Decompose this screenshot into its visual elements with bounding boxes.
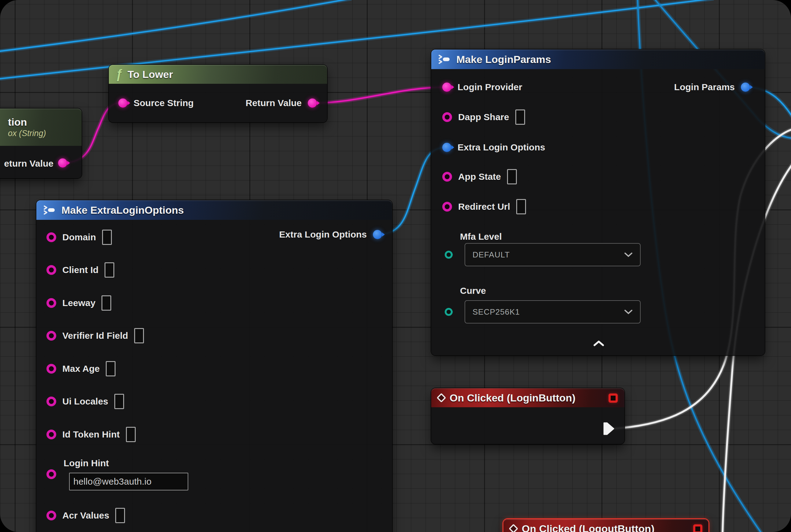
domain-pin[interactable] xyxy=(46,232,56,242)
verifier-id-field-pin[interactable] xyxy=(46,331,56,341)
blueprint-graph-canvas[interactable]: tion ox (String) eturn Value ƒ To Lower … xyxy=(0,0,791,532)
client-id-checkbox[interactable] xyxy=(104,262,114,278)
max-age-pin[interactable] xyxy=(46,364,56,374)
leeway-label: Leeway xyxy=(62,298,95,308)
wire-blue-topleft xyxy=(0,0,351,51)
app-state-checkbox[interactable] xyxy=(507,169,517,184)
domain-checkbox[interactable] xyxy=(102,230,112,245)
node-make-login-params[interactable]: Make LoginParams Login Params Login Prov… xyxy=(431,50,765,355)
login-provider-label: Login Provider xyxy=(458,82,522,92)
leeway-pin[interactable] xyxy=(46,298,56,308)
extra-login-options-in-label: Extra Login Options xyxy=(458,142,545,153)
mfa-level-label: Mfa Level xyxy=(460,231,502,242)
node-partial-left[interactable]: tion ox (String) eturn Value xyxy=(0,109,82,178)
curve-value: SECP256K1 xyxy=(472,307,520,317)
partial-return-value-label: eturn Value xyxy=(4,158,54,169)
delegate-pin[interactable] xyxy=(609,394,618,403)
id-token-hint-checkbox[interactable] xyxy=(126,427,136,442)
to-lower-title: To Lower xyxy=(128,69,173,80)
app-state-pin[interactable] xyxy=(442,172,452,182)
node-make-extra-login-options[interactable]: Make ExtraLoginOptions Extra Login Optio… xyxy=(36,200,392,532)
ui-locales-checkbox[interactable] xyxy=(114,394,124,409)
redirect-url-pin[interactable] xyxy=(442,202,452,212)
login-hint-pin[interactable] xyxy=(46,469,56,479)
login-provider-pin[interactable] xyxy=(442,82,451,92)
dapp-share-checkbox[interactable] xyxy=(515,110,525,125)
login-params-out-pin[interactable] xyxy=(741,82,750,92)
return-value-pin[interactable] xyxy=(308,98,317,108)
verifier-id-field-label: Verifier Id Field xyxy=(62,330,128,341)
login-params-out-label: Login Params xyxy=(674,82,735,92)
domain-label: Domain xyxy=(62,232,96,243)
redirect-url-label: Redirect Url xyxy=(458,202,510,212)
extra-login-options-in-pin[interactable] xyxy=(442,143,451,152)
login-hint-label: Login Hint xyxy=(63,458,109,469)
dapp-share-pin[interactable] xyxy=(442,112,452,122)
chevron-down-icon xyxy=(624,309,633,314)
login-hint-input[interactable] xyxy=(69,473,188,490)
event-diamond-icon xyxy=(508,524,518,532)
verifier-id-field-checkbox[interactable] xyxy=(134,328,144,343)
ui-locales-pin[interactable] xyxy=(46,397,56,406)
collapse-node-button[interactable] xyxy=(593,340,605,347)
blueprint-editor: tion ox (String) eturn Value ƒ To Lower … xyxy=(0,0,791,532)
max-age-checkbox[interactable] xyxy=(106,361,116,376)
on-clicked-logout-title: On Clicked (LogoutButton) xyxy=(522,523,654,532)
id-token-hint-label: Id Token Hint xyxy=(62,429,120,440)
return-value-label: Return Value xyxy=(246,98,302,108)
app-state-label: App State xyxy=(458,172,501,182)
id-token-hint-pin[interactable] xyxy=(46,430,56,439)
on-clicked-login-title: On Clicked (LoginButton) xyxy=(449,392,576,404)
mfa-level-pin[interactable] xyxy=(445,251,453,259)
client-id-pin[interactable] xyxy=(46,265,56,275)
make-login-params-title: Make LoginParams xyxy=(456,54,551,65)
node-to-lower[interactable]: ƒ To Lower Source String Return Value xyxy=(109,65,327,122)
extra-login-options-out-label: Extra Login Options xyxy=(279,229,367,240)
partial-return-value-pin[interactable] xyxy=(58,158,67,168)
dapp-share-label: Dapp Share xyxy=(458,112,509,122)
client-id-label: Client Id xyxy=(62,265,98,275)
redirect-url-checkbox[interactable] xyxy=(516,199,526,214)
ui-locales-label: Ui Locales xyxy=(62,396,108,407)
curve-pin[interactable] xyxy=(445,308,453,316)
chevron-up-icon xyxy=(593,340,605,347)
source-string-label: Source String xyxy=(134,98,194,108)
acr-values-checkbox[interactable] xyxy=(115,508,125,523)
exec-out-pin[interactable] xyxy=(603,422,615,435)
wire-tolower-to-provider xyxy=(312,87,447,103)
max-age-label: Max Age xyxy=(62,363,100,374)
curve-label: Curve xyxy=(460,286,486,296)
leeway-checkbox[interactable] xyxy=(101,296,111,311)
node-on-clicked-logout-button[interactable]: On Clicked (LogoutButton) xyxy=(503,519,709,532)
make-extra-login-options-title: Make ExtraLoginOptions xyxy=(61,204,184,216)
node-on-clicked-login-button[interactable]: On Clicked (LoginButton) xyxy=(431,388,624,444)
make-struct-icon xyxy=(438,54,451,65)
curve-dropdown[interactable]: SECP256K1 xyxy=(465,300,641,323)
event-diamond-icon xyxy=(437,393,446,402)
chevron-down-icon xyxy=(624,252,633,257)
mfa-level-dropdown[interactable]: DEFAULT xyxy=(465,243,641,266)
acr-values-pin[interactable] xyxy=(46,511,56,520)
partial-node-subtitle: ox (String) xyxy=(8,129,46,138)
make-struct-icon xyxy=(43,205,57,215)
delegate-pin[interactable] xyxy=(693,524,702,532)
function-icon: ƒ xyxy=(116,68,122,81)
extra-login-options-out-pin[interactable] xyxy=(373,230,382,239)
mfa-level-value: DEFAULT xyxy=(472,250,510,260)
acr-values-label: Acr Values xyxy=(62,510,109,521)
partial-node-title: tion xyxy=(8,116,27,128)
source-string-pin[interactable] xyxy=(118,98,128,108)
